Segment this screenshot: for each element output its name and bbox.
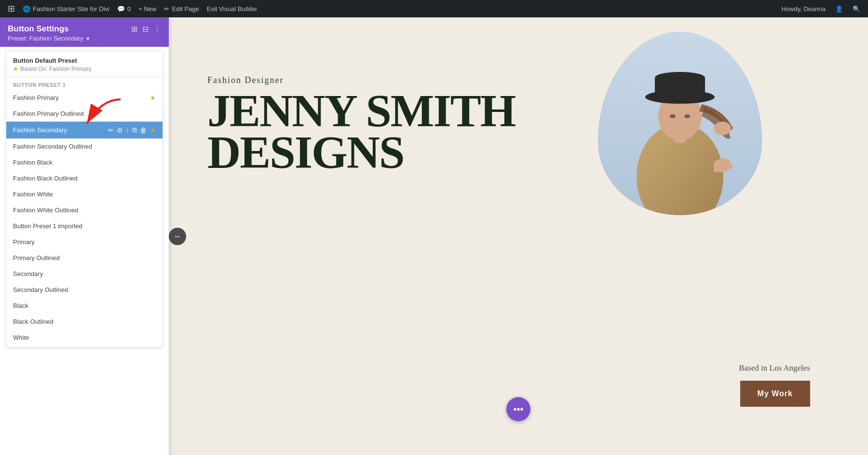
avatar-icon: 👤	[835, 5, 843, 13]
fashion-background: Fashion Designer JENNY SMITH DESIGNS Bas…	[169, 17, 868, 455]
star-icon: ★	[13, 66, 18, 72]
wp-logo-icon: ⊞	[8, 3, 15, 14]
panel-title: Button Settings	[8, 24, 69, 34]
my-work-label: My Work	[758, 389, 793, 398]
delete-preset-icon[interactable]: 🗑	[140, 126, 147, 134]
edit-page-button[interactable]: ✏ Edit Page	[160, 0, 203, 17]
exit-builder-button[interactable]: Exit Visual Builder	[203, 0, 261, 17]
fashion-name: JENNY SMITH DESIGNS	[207, 90, 515, 174]
fashion-text-area: Fashion Designer JENNY SMITH DESIGNS	[207, 75, 515, 174]
star-preset-icon[interactable]: ★	[149, 126, 156, 134]
panel-header: Button Settings ⊞ ⊟ ⋮ Preset: Fashion Se…	[0, 17, 169, 47]
columns-icon[interactable]: ⊟	[142, 25, 149, 34]
dropdown-panel: Button Default Preset ★ Based On: Fashio…	[6, 51, 163, 347]
wp-logo-button[interactable]: ⊞	[4, 0, 19, 17]
fashion-bottom-right: Based in Los Angeles My Work	[739, 363, 810, 407]
admin-bar-right: Howdy, Deanna 👤 🔍	[777, 0, 864, 17]
fab-icon: •••	[513, 404, 523, 415]
admin-bar: ⊞ 🌐 Fashion Starter Site for Divi 💬 0 + …	[0, 0, 868, 17]
edit-preset-icon[interactable]: ✏	[108, 126, 114, 134]
person-illustration	[598, 32, 762, 215]
settings-preset-icon[interactable]: ⚙	[117, 126, 123, 134]
based-on-label: Based On: Fashion Primary	[20, 66, 91, 72]
preset-item-black-outlined[interactable]: Black Outlined	[6, 314, 163, 330]
fashion-location: Based in Los Angeles	[739, 363, 810, 373]
dropdown-header: Button Default Preset ★ Based On: Fashio…	[6, 51, 163, 77]
preset-item-fashion-secondary[interactable]: Fashion Secondary ✏ ⚙ ↑ ⧉ 🗑 ★	[6, 122, 163, 138]
preset-item-white-outlined[interactable]: White Outlined	[6, 345, 163, 347]
fashion-hero-image	[598, 32, 762, 215]
preset-item-primary[interactable]: Primary	[6, 234, 163, 250]
fashion-name-line1: JENNY SMITH	[207, 90, 515, 132]
comment-count: 0	[127, 5, 131, 13]
preset-item-white[interactable]: White	[6, 330, 163, 345]
preset-item-secondary-outlined[interactable]: Secondary Outlined	[6, 282, 163, 298]
fashion-name-line2: DESIGNS	[207, 132, 515, 173]
preset-item-fashion-primary[interactable]: Fashion Primary ★	[6, 90, 163, 106]
active-item-actions: ✏ ⚙ ↑ ⧉ 🗑 ★	[108, 126, 156, 134]
fashion-subtitle: Fashion Designer	[207, 75, 515, 85]
dropdown-based-on: ★ Based On: Fashion Primary	[13, 66, 156, 72]
svg-point-8	[670, 114, 676, 118]
group-label: Button Preset 1	[6, 77, 163, 90]
preset-item-fashion-secondary-outlined[interactable]: Fashion Secondary Outlined	[6, 138, 163, 154]
preset-item-fashion-primary-outlined[interactable]: Fashion Primary Outlined	[6, 106, 163, 122]
preset-item-fashion-black[interactable]: Fashion Black	[6, 154, 163, 170]
fab-bubble[interactable]: •••	[506, 397, 530, 421]
preset-item-secondary[interactable]: Secondary	[6, 266, 163, 282]
edit-page-label: Edit Page	[172, 5, 199, 13]
site-name-text: Fashion Starter Site for Divi	[33, 5, 109, 13]
new-button[interactable]: + New	[135, 0, 160, 17]
edit-icon: ✏	[164, 5, 169, 13]
site-name-link[interactable]: 🌐 Fashion Starter Site for Divi	[19, 0, 113, 17]
main-content: Fashion Designer JENNY SMITH DESIGNS Bas…	[169, 17, 868, 455]
svg-rect-7	[655, 78, 705, 98]
svg-point-10	[714, 122, 731, 135]
preset-item-black[interactable]: Black	[6, 298, 163, 314]
panel-expand-handle[interactable]: ↔	[169, 228, 186, 245]
export-preset-icon[interactable]: ↑	[126, 126, 129, 134]
search-button[interactable]: 🔍	[849, 0, 864, 17]
preset-item-fashion-white-outlined[interactable]: Fashion White Outlined	[6, 202, 163, 218]
star-fashion-primary-icon[interactable]: ★	[150, 94, 156, 101]
panel-header-top: Button Settings ⊞ ⊟ ⋮	[8, 24, 161, 34]
duplicate-preset-icon[interactable]: ⧉	[132, 126, 137, 134]
preset-item-fashion-black-outlined[interactable]: Fashion Black Outlined	[6, 170, 163, 186]
howdy-text: Howdy, Deanna	[777, 5, 829, 13]
expand-icon: ↔	[174, 232, 181, 241]
preset-list: Button Preset 1 Fashion Primary ★ Fashio…	[6, 77, 163, 347]
svg-point-9	[684, 114, 690, 118]
exit-builder-label: Exit Visual Builder	[207, 5, 258, 13]
more-options-icon[interactable]: ⋮	[153, 25, 161, 34]
panel-header-icons: ⊞ ⊟ ⋮	[131, 25, 161, 34]
planet-icon: 🌐	[23, 5, 30, 13]
preset-label[interactable]: Preset: Fashion Secondary ▼	[8, 35, 161, 42]
avatar-button[interactable]: 👤	[831, 0, 847, 17]
dropdown-default-preset-title: Button Default Preset	[13, 57, 156, 64]
comment-icon: 💬	[117, 5, 125, 13]
chevron-down-icon: ▼	[85, 36, 91, 41]
search-icon: 🔍	[853, 5, 860, 13]
preset-item-primary-outlined[interactable]: Primary Outlined	[6, 250, 163, 266]
preset-label-text: Preset: Fashion Secondary	[8, 35, 83, 42]
preset-item-button-preset-1-imported[interactable]: Button Preset 1 imported	[6, 218, 163, 234]
grid-icon[interactable]: ⊞	[131, 25, 137, 34]
comments-button[interactable]: 💬 0	[113, 0, 135, 17]
new-label: + New	[138, 5, 156, 13]
preset-item-fashion-white[interactable]: Fashion White	[6, 186, 163, 202]
my-work-button[interactable]: My Work	[740, 381, 810, 407]
left-panel: Button Settings ⊞ ⊟ ⋮ Preset: Fashion Se…	[0, 17, 169, 455]
